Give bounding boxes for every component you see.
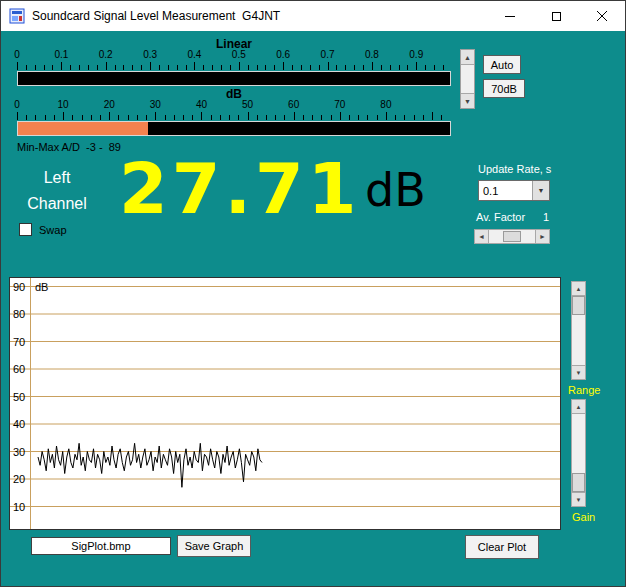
save-graph-button[interactable]: Save Graph: [177, 535, 251, 557]
scale-tick: [128, 115, 129, 120]
window-title: Soundcard Signal Level Measurement G4JNT: [32, 9, 280, 23]
scale-tick: [321, 115, 322, 120]
scale-scrollbar-track[interactable]: [461, 65, 474, 93]
scale-tick-label: 70: [334, 99, 345, 110]
scale-tick: [159, 65, 160, 70]
channel-label: Left Channel: [9, 165, 105, 217]
scale-tick: [26, 115, 27, 120]
signal-plot-canvas: 908070605040302010dB: [10, 278, 560, 529]
plot-y-label: 90: [13, 281, 25, 293]
plot-y-label: 30: [13, 446, 25, 458]
app-window: Soundcard Signal Level Measurement G4JNT…: [0, 0, 626, 587]
scroll-left-icon[interactable]: ◄: [475, 230, 489, 243]
clear-plot-button[interactable]: Clear Plot: [465, 535, 539, 559]
maximize-button[interactable]: [533, 1, 579, 31]
scale-tick: [372, 62, 373, 70]
scale-tick: [301, 65, 302, 70]
scale-tick: [407, 65, 408, 70]
level-reading-value: 27.71: [119, 154, 360, 224]
scale-tick: [303, 115, 304, 120]
titlebar[interactable]: Soundcard Signal Level Measurement G4JNT: [1, 1, 625, 31]
scale-tick: [274, 65, 275, 70]
scale-tick-label: 0: [14, 99, 20, 110]
scale-tick: [45, 115, 46, 120]
maximize-icon: [552, 12, 561, 21]
scale-tick: [186, 65, 187, 70]
scale-tick: [292, 65, 293, 70]
gain-label: Gain: [572, 511, 595, 523]
db-tick-marks: [17, 112, 451, 120]
scale-tick: [443, 65, 444, 70]
scale-tick-label: 0.3: [143, 49, 157, 60]
scroll-up-icon[interactable]: ▲: [572, 400, 585, 414]
filename-input[interactable]: [31, 537, 171, 555]
combo-dropdown-icon[interactable]: ▼: [532, 181, 549, 200]
scroll-up-icon[interactable]: ▲: [461, 50, 474, 65]
linear-tick-marks: [17, 62, 451, 70]
scale-tick-label: 20: [104, 99, 115, 110]
scale-tick-label: 0.6: [276, 49, 290, 60]
db-scale-ruler: 01020304050607080: [17, 99, 451, 120]
scale-tick: [44, 65, 45, 70]
scale-tick: [399, 65, 400, 70]
scale-tick: [367, 115, 368, 120]
scale-tick: [211, 115, 212, 120]
app-icon: [9, 8, 25, 24]
scale-tick: [414, 115, 415, 120]
swap-label: Swap: [39, 224, 67, 236]
70db-button[interactable]: 70dB: [483, 79, 525, 98]
scale-tick: [123, 65, 124, 70]
scale-tick: [381, 65, 382, 70]
av-factor-value: 1: [543, 211, 549, 223]
scale-tick: [35, 115, 36, 120]
scale-tick: [432, 112, 433, 120]
scale-tick: [146, 115, 147, 120]
scale-tick: [150, 62, 151, 70]
scale-tick: [35, 65, 36, 70]
auto-button[interactable]: Auto: [483, 55, 521, 74]
scale-tick: [97, 65, 98, 70]
range-scrollbar-thumb[interactable]: [572, 296, 585, 315]
scroll-down-icon[interactable]: ▼: [461, 93, 474, 108]
scale-scrollbar[interactable]: ▲ ▼: [460, 49, 475, 109]
scale-tick: [336, 65, 337, 70]
signal-plot: 908070605040302010dB: [9, 277, 561, 530]
plot-y-label: 80: [13, 308, 25, 320]
scale-tick: [106, 62, 107, 70]
scroll-up-icon[interactable]: ▲: [572, 282, 585, 296]
scale-tick: [416, 62, 417, 70]
scroll-down-icon[interactable]: ▼: [572, 492, 585, 506]
av-factor-scrollbar[interactable]: ◄ ►: [474, 229, 550, 244]
update-rate-label: Update Rate, s: [478, 163, 551, 175]
minimize-button[interactable]: [487, 1, 533, 31]
scale-tick-label: 0.5: [232, 49, 246, 60]
av-factor-scrollbar-thumb[interactable]: [503, 231, 521, 242]
channel-line2: Channel: [9, 191, 105, 217]
scale-tick: [423, 115, 424, 120]
swap-checkbox[interactable]: [19, 223, 32, 236]
plot-y-label: 70: [13, 336, 25, 348]
scale-tick-label: 0.4: [188, 49, 202, 60]
update-rate-combo[interactable]: 0.1 ▼: [478, 180, 550, 201]
scale-tick: [63, 112, 64, 120]
scale-tick: [88, 65, 89, 70]
scale-tick: [70, 65, 71, 70]
level-reading-unit: dB: [365, 167, 426, 213]
scale-tick-label: 30: [150, 99, 161, 110]
scale-tick-label: 10: [58, 99, 69, 110]
scale-tick: [248, 65, 249, 70]
scale-tick: [201, 112, 202, 120]
scale-tick: [26, 65, 27, 70]
scroll-down-icon[interactable]: ▼: [572, 365, 585, 379]
close-button[interactable]: [579, 1, 625, 31]
range-scrollbar[interactable]: ▲ ▼: [571, 281, 586, 380]
gain-scrollbar[interactable]: ▲ ▼: [571, 399, 586, 507]
scale-tick: [257, 65, 258, 70]
scale-tick: [203, 65, 204, 70]
scale-tick: [212, 65, 213, 70]
scale-tick-label: 0.9: [409, 49, 423, 60]
swap-control[interactable]: Swap: [19, 223, 67, 236]
db-meter-fill: [18, 122, 148, 135]
gain-scrollbar-thumb[interactable]: [572, 473, 585, 492]
scroll-right-icon[interactable]: ►: [535, 230, 549, 243]
